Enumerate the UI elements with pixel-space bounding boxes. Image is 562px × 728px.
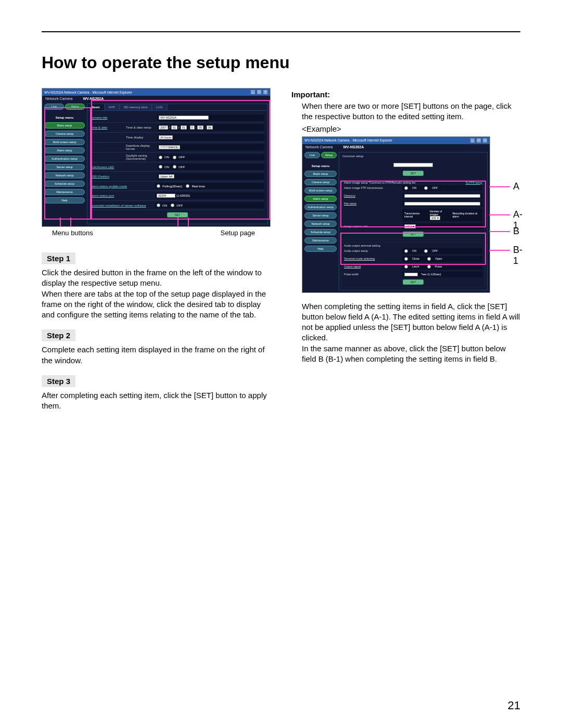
time-display-select[interactable]: 24 hours bbox=[159, 135, 173, 139]
section-a: Alarm image setup *Common to FTP/Periodi… bbox=[341, 179, 485, 240]
sidebar-item-basic[interactable]: Basic setup bbox=[44, 122, 85, 129]
tab-basic[interactable]: Basic bbox=[87, 104, 105, 110]
browser-title-2: WV-NS202A Network Camera - Microsoft Int… bbox=[304, 138, 392, 142]
sb2-basic[interactable]: Basic setup bbox=[304, 171, 337, 177]
model-label-2: Network Camera bbox=[305, 145, 333, 149]
after-example-text: When completing the setting items in fie… bbox=[302, 301, 520, 365]
sidebar-item-camera[interactable]: Camera setup bbox=[44, 131, 85, 137]
step-1-label: Step 1 bbox=[42, 252, 75, 264]
dst-off-radio[interactable] bbox=[173, 156, 176, 159]
window-controls: _□× bbox=[250, 90, 268, 95]
a-on[interactable] bbox=[404, 186, 408, 190]
b-on[interactable] bbox=[404, 249, 408, 253]
model-number: WV-NS202A bbox=[83, 97, 104, 100]
b3b[interactable] bbox=[427, 265, 431, 269]
time-date-setup-label: Time & date setup bbox=[126, 126, 155, 129]
osd-select[interactable]: Upper left bbox=[159, 174, 174, 178]
autoinst-label: Automatic installation of viewer softwar… bbox=[91, 204, 153, 207]
screenshot-2: WV-NS202A Network Camera - Microsoft Int… bbox=[302, 136, 490, 293]
setup-page-label: Setup page bbox=[220, 229, 255, 237]
tab-log[interactable]: LOG bbox=[152, 104, 168, 110]
datefmt-select[interactable]: YYYY/MM/DD bbox=[159, 145, 180, 149]
annotation-a: A bbox=[513, 181, 519, 192]
a-size-select[interactable]: VGA ▾ bbox=[404, 224, 416, 228]
step-3-text: After completing each setting item, clic… bbox=[42, 390, 271, 412]
a-row3-label: File name bbox=[344, 202, 400, 205]
page-title: How to operate the setup menu bbox=[42, 53, 520, 72]
time-date-setup-ctrls[interactable]: 2007/ 01/ 01 0: 00: 00 bbox=[157, 124, 264, 131]
autoinst-off-radio[interactable] bbox=[171, 203, 174, 207]
autoinst-on-radio[interactable] bbox=[157, 203, 160, 207]
sidebar: Live Setup Setup menu Basic setup Camera… bbox=[44, 104, 85, 224]
set-button-a[interactable]: SET bbox=[403, 232, 424, 237]
sb2-alarm[interactable]: Alarm setup bbox=[304, 196, 337, 202]
panel-title-2: Common setup bbox=[339, 152, 487, 160]
sb2-multi[interactable]: Multi-screen setup bbox=[304, 187, 337, 194]
b3a[interactable] bbox=[404, 265, 408, 269]
a-dir-input[interactable] bbox=[404, 194, 480, 198]
a-row2-label: Directory bbox=[344, 194, 400, 197]
sidebar-item-help[interactable]: Help bbox=[44, 197, 85, 203]
sidebar-item-multiscreen[interactable]: Multi-screen setup bbox=[44, 139, 85, 145]
sb2-maint[interactable]: Maintenance bbox=[304, 237, 337, 244]
sidebar-item-schedule[interactable]: Schedule setup bbox=[44, 181, 85, 187]
led-on-radio[interactable] bbox=[159, 165, 162, 169]
a-num-select[interactable]: 100 ▾ bbox=[430, 216, 440, 220]
browser-title: WV-NS202A Network Camera - Microsoft Int… bbox=[44, 91, 132, 94]
to-ftp-link[interactable]: To FTP setup bbox=[465, 181, 482, 184]
model-number-2: WV-NS202A bbox=[343, 145, 364, 149]
sidebar-item-auth[interactable]: Authentication setup bbox=[44, 156, 85, 162]
b-off[interactable] bbox=[424, 249, 428, 253]
led-off-radio[interactable] bbox=[173, 165, 176, 169]
live-button-2[interactable]: Live bbox=[304, 152, 320, 158]
page-number: 21 bbox=[508, 699, 520, 712]
sb2-sched[interactable]: Schedule setup bbox=[304, 229, 337, 235]
screenshot-1: WV-NS202A Network Camera - Microsoft Int… bbox=[42, 88, 271, 227]
upd-port-range: (1-65535) bbox=[176, 194, 190, 197]
datefmt-label: Date/time display format bbox=[126, 144, 155, 150]
common-title-input[interactable] bbox=[393, 163, 433, 167]
sb2-auth[interactable]: Authentication setup bbox=[304, 204, 337, 210]
a-c2: Number of images bbox=[430, 210, 442, 216]
b-pulse-input[interactable] bbox=[404, 273, 418, 276]
important-label: Important: bbox=[291, 90, 520, 99]
a-c3: Recording duration at alarm bbox=[452, 212, 480, 218]
camera-title-label: Camera title bbox=[91, 116, 124, 119]
live-button[interactable]: Live bbox=[44, 104, 64, 110]
setup-button-2[interactable]: Setup bbox=[321, 152, 337, 158]
sidebar-item-network[interactable]: Network setup bbox=[44, 172, 85, 178]
a-off[interactable] bbox=[424, 186, 428, 190]
upd-port-input[interactable]: 31004 bbox=[157, 194, 175, 198]
sidebar-item-maintenance[interactable]: Maintenance bbox=[44, 189, 85, 195]
sb2-server[interactable]: Server setup bbox=[304, 212, 337, 219]
b-row4-label: Pulse width bbox=[344, 273, 400, 276]
setup-button[interactable]: Setup bbox=[65, 104, 85, 110]
poll-radio[interactable] bbox=[157, 184, 160, 188]
example-label: <Example> bbox=[302, 124, 520, 133]
sidebar-header: Setup menu bbox=[44, 116, 85, 119]
top-set-button[interactable]: SET bbox=[403, 171, 424, 176]
b2b[interactable] bbox=[427, 257, 431, 261]
tab-sd[interactable]: SD memory card bbox=[120, 104, 152, 110]
b2a[interactable] bbox=[404, 257, 408, 261]
upd-port-label: Alarm status port bbox=[91, 194, 153, 197]
step-3-label: Step 3 bbox=[42, 375, 75, 387]
sb2-net[interactable]: Network setup bbox=[304, 221, 337, 227]
camera-title-input[interactable]: WV-NS202A bbox=[159, 116, 209, 120]
realtime-radio[interactable] bbox=[186, 184, 189, 188]
time-date-group: Time & date bbox=[91, 126, 124, 129]
step-1-text: Click the desired button in the frame on… bbox=[42, 267, 271, 320]
sb2-camera[interactable]: Camera setup bbox=[304, 179, 337, 185]
annotation-b1: B-1 bbox=[513, 245, 522, 266]
set-button[interactable]: SET bbox=[167, 212, 188, 218]
set-button-b[interactable]: SET bbox=[403, 279, 424, 285]
a-file-input[interactable] bbox=[404, 202, 480, 206]
sidebar-item-server[interactable]: Server setup bbox=[44, 164, 85, 170]
sidebar-item-alarm[interactable]: Alarm setup bbox=[44, 147, 85, 154]
tab-ntp[interactable]: NTP bbox=[105, 104, 120, 110]
osd-label: OSD Position bbox=[91, 175, 124, 178]
dst-on-radio[interactable] bbox=[159, 156, 162, 159]
section-b: Audio output terminal setting Audio outp… bbox=[341, 242, 485, 288]
b-row3-label: Output signal bbox=[344, 265, 400, 268]
sb2-help[interactable]: Help bbox=[304, 246, 337, 252]
